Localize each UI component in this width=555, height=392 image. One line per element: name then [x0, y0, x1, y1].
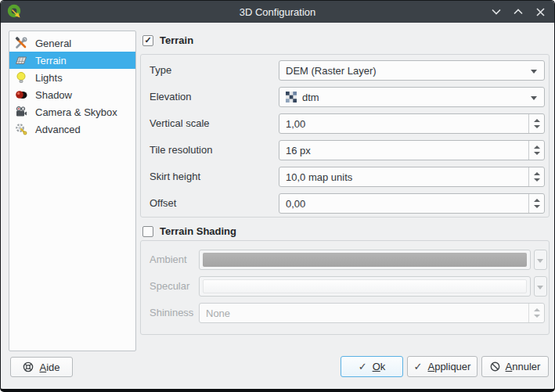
spin-down-icon[interactable] [534, 152, 540, 155]
ok-button-label: Ok [373, 361, 386, 372]
apply-button-label: Appliquer [427, 361, 470, 372]
spin-up-icon[interactable] [534, 146, 540, 149]
ambient-color-button [199, 250, 531, 270]
spin-up-icon [534, 308, 540, 311]
vertical-scale-value: 1,00 [286, 118, 305, 130]
sidebar-item-general[interactable]: General [9, 34, 135, 52]
spinner-arrows[interactable] [528, 194, 544, 213]
shadow-sphere-icon [15, 88, 27, 101]
check-icon: ✓ [414, 361, 423, 372]
sidebar-item-shadow[interactable]: Shadow [9, 86, 135, 103]
spin-up-icon[interactable] [534, 172, 540, 175]
spin-down-icon[interactable] [534, 125, 540, 128]
cancel-icon [490, 361, 500, 372]
spin-down-icon[interactable] [534, 178, 540, 182]
sidebar-item-terrain[interactable]: Terrain [9, 52, 135, 69]
spin-up-icon[interactable] [534, 199, 540, 202]
spinner-arrows[interactable] [528, 167, 544, 186]
vertical-scale-spinbox[interactable]: 1,00 [279, 113, 545, 134]
minimize-icon[interactable] [490, 5, 503, 18]
advanced-gear-wrench-icon [15, 123, 27, 135]
tile-resolution-label: Tile resolution [150, 144, 212, 156]
skirt-height-value: 10,0 map units [286, 171, 352, 183]
sidebar-item-label: Lights [35, 72, 63, 84]
maximize-icon[interactable] [512, 5, 524, 18]
cancel-button-label: Annuler [506, 361, 541, 372]
offset-label: Offset [150, 197, 176, 209]
help-button[interactable]: Aide [10, 357, 73, 377]
specular-color-dropdown [534, 276, 547, 297]
specular-label: Specular [150, 280, 189, 292]
spinner-arrows [528, 304, 544, 322]
chevron-down-icon [537, 286, 543, 290]
light-bulb-icon [15, 71, 27, 84]
sidebar-item-lights[interactable]: Lights [9, 69, 135, 86]
tile-resolution-spinbox[interactable]: 16 px [279, 140, 545, 160]
settings-category-list: General Terrain Lights [9, 31, 136, 351]
type-combobox[interactable]: DEM (Raster Layer) [279, 60, 545, 81]
offset-spinbox[interactable]: 0,00 [279, 193, 545, 214]
terrain-group-title: Terrain [160, 34, 193, 46]
apply-button[interactable]: ✓ Appliquer [407, 356, 478, 377]
tools-crossed-icon [15, 37, 27, 49]
cancel-button[interactable]: Annuler [481, 356, 549, 377]
help-button-label: Aide [39, 361, 59, 373]
terrain-shading-checkbox[interactable] [142, 226, 153, 237]
raster-layer-icon [286, 92, 297, 102]
spinner-arrows[interactable] [528, 114, 544, 133]
chevron-down-icon [531, 96, 537, 100]
terrain-checkbox[interactable]: ✓ [142, 35, 153, 46]
offset-value: 0,00 [286, 198, 305, 210]
ok-button[interactable]: ✓ Ok [341, 356, 403, 377]
terrain-shading-group-title: Terrain Shading [160, 225, 236, 237]
spin-up-icon[interactable] [534, 119, 540, 122]
spinner-arrows[interactable] [528, 141, 544, 160]
terrain-checkbox-row: ✓ Terrain [142, 34, 193, 46]
skirt-height-label: Skirt height [150, 171, 200, 182]
close-icon[interactable] [534, 5, 546, 18]
terrain-mesh-icon [15, 54, 27, 67]
chevron-down-icon [537, 259, 543, 263]
type-label: Type [150, 64, 171, 76]
tile-resolution-value: 16 px [286, 145, 311, 156]
chevron-down-icon [531, 70, 537, 74]
spin-down-icon [534, 315, 540, 318]
sidebar-item-advanced[interactable]: Advanced [9, 120, 135, 138]
elevation-label: Elevation [150, 91, 191, 102]
elevation-combobox[interactable]: dtm [279, 87, 545, 107]
sidebar-item-label: Terrain [35, 55, 67, 67]
movie-camera-icon [15, 106, 27, 118]
shininess-spinbox: None [199, 303, 545, 323]
sidebar-item-label: General [35, 38, 71, 49]
sidebar-item-label: Shadow [35, 89, 72, 101]
titlebar[interactable]: 3D Configuration [1, 1, 554, 23]
specular-color-swatch [203, 279, 527, 293]
help-buoy-icon [23, 361, 34, 372]
shininess-label: Shininess [150, 307, 193, 318]
elevation-value: dtm [302, 92, 319, 103]
sidebar-item-label: Camera & Skybox [35, 106, 117, 118]
check-icon: ✓ [144, 35, 151, 45]
shininess-value: None [206, 307, 230, 319]
check-icon: ✓ [359, 361, 367, 372]
sidebar-item-label: Advanced [35, 124, 81, 135]
specular-color-button [199, 276, 531, 297]
ambient-color-dropdown [534, 250, 547, 270]
ambient-color-swatch [203, 253, 527, 267]
window-title: 3D Configuration [1, 6, 554, 18]
vertical-scale-label: Vertical scale [150, 117, 210, 129]
ambient-label: Ambient [150, 254, 187, 265]
skirt-height-spinbox[interactable]: 10,0 map units [279, 167, 545, 187]
dialog-3d-configuration: 3D Configuration General [0, 0, 555, 392]
type-value: DEM (Raster Layer) [286, 65, 377, 77]
spin-down-icon[interactable] [534, 205, 540, 208]
terrain-shading-checkbox-row: Terrain Shading [142, 225, 236, 237]
sidebar-item-camera-skybox[interactable]: Camera & Skybox [9, 103, 135, 120]
